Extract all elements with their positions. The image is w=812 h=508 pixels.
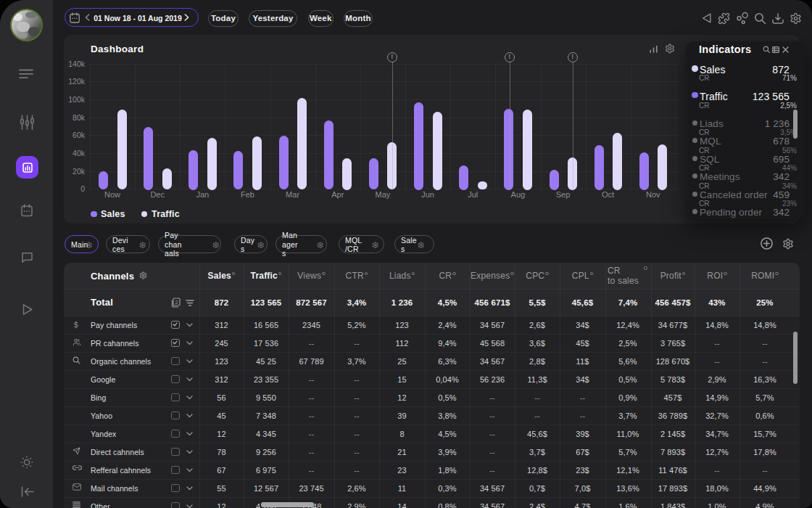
svg-text:2: 2	[175, 299, 178, 306]
